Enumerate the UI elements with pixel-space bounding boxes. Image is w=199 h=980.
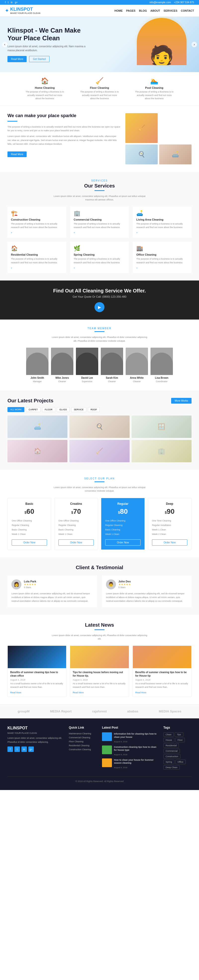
filter-all[interactable]: ALL WORK: [8, 407, 24, 412]
team-role-5: Cleaner: [133, 380, 141, 383]
footer-social-fb[interactable]: f: [8, 746, 13, 752]
news-date-2: August 4, 2018: [73, 679, 126, 681]
project-thumb-2[interactable]: 🍳: [69, 415, 129, 438]
filter-glass[interactable]: GLASS: [57, 407, 70, 412]
nav-services[interactable]: SERVICES: [164, 9, 177, 12]
news-image-3: [133, 646, 191, 668]
office-desc: The purpose of writing a business is to …: [136, 257, 188, 264]
order-deep-button[interactable]: Order Now: [152, 539, 187, 546]
tag-commercial[interactable]: Commercial: [164, 749, 180, 753]
office-link[interactable]: +: [136, 267, 138, 269]
testimonial-2-text: Lorem ipsum dolor sit amet, consectetur …: [106, 592, 188, 603]
projects-more-button[interactable]: More Works: [171, 398, 191, 404]
living-link[interactable]: +: [136, 232, 138, 234]
filter-carpet[interactable]: CARPET: [26, 407, 41, 412]
living-title: Living Area Cleaning: [136, 218, 188, 221]
hero-next-button[interactable]: ›: [191, 42, 197, 47]
tag-floor[interactable]: Floor: [175, 738, 185, 742]
pricing-label: Select Our Plan: [8, 477, 191, 480]
construction-link[interactable]: +: [11, 232, 12, 234]
residential-link[interactable]: +: [11, 267, 12, 269]
team-avatar-3: [76, 348, 98, 375]
tag-construction[interactable]: Construction: [164, 754, 181, 759]
tag-house[interactable]: House: [164, 738, 174, 742]
cta-subtitle: Get Your Quote Or Call: (0800) 123-356-4…: [8, 295, 191, 298]
testimonial-2-name: John Dex: [118, 580, 131, 583]
project-thumb-6[interactable]: 🏢: [132, 440, 191, 462]
order-basic-button[interactable]: Order Now: [12, 539, 47, 546]
order-regular-button[interactable]: Order Now: [105, 539, 140, 546]
nav-home[interactable]: HOME: [115, 9, 123, 12]
feature-r1: One Office Cleaning: [105, 519, 140, 523]
project-thumb-5[interactable]: 🧹: [69, 440, 129, 462]
project-thumb-3[interactable]: 🪟: [132, 415, 191, 438]
nav-blog[interactable]: BLOG: [139, 9, 147, 12]
tag-clean[interactable]: Clean: [164, 732, 174, 737]
testimonial-1-role: 5 Stars: [24, 586, 36, 589]
nav-pages[interactable]: PAGES: [126, 9, 135, 12]
tag-office[interactable]: Office: [175, 760, 186, 764]
hero-prev-button[interactable]: ‹: [2, 42, 8, 47]
commercial-desc: The purpose of writing a business is to …: [74, 222, 125, 229]
filter-floor[interactable]: FLOOR: [42, 407, 55, 412]
social-link-tw[interactable]: t: [8, 1, 9, 4]
home-cleaning-desc: The purpose of writing a Business is to …: [25, 90, 65, 100]
testimonial-2-stars: ★★★★★: [118, 583, 131, 586]
tag-spring[interactable]: Spring: [164, 760, 174, 764]
team-name-5: Anna White: [126, 377, 148, 379]
top-bar-social[interactable]: f t in g+: [5, 1, 19, 4]
commercial-link[interactable]: +: [74, 232, 75, 234]
sparkle-desc2: Lorem ipsum dolor sit amet, consectetur …: [8, 135, 120, 146]
footer-link-4[interactable]: Residential Cleaning: [69, 744, 89, 747]
tag-tips[interactable]: Tips: [175, 732, 183, 737]
order-creatins-button[interactable]: Order Now: [59, 539, 94, 546]
team-member-2: Mike Jones Cleaner: [51, 348, 73, 383]
sparkle-read-more-button[interactable]: Read More: [8, 151, 27, 157]
floor-cleaning-desc: The purpose of writing a Business is to …: [80, 90, 119, 100]
tag-deep[interactable]: Deep Clean: [164, 765, 180, 770]
project-thumb-4[interactable]: 🏠: [8, 440, 67, 462]
team-grid: John Smith Manager Mike Jones Cleaner Da…: [8, 348, 191, 383]
footer-link-2[interactable]: Commercial Cleaning: [69, 736, 90, 739]
hero-contact-button[interactable]: Get Started: [29, 56, 49, 62]
news-link-3[interactable]: Read More: [135, 691, 146, 694]
hero-person-image: 🧑: [137, 18, 186, 65]
sparkle-section: We can make your place sparkle The purpo…: [0, 106, 199, 172]
footer-social-in[interactable]: in: [21, 746, 27, 752]
filter-roof[interactable]: ROOF: [88, 407, 100, 412]
partner-2: MEDIA Report: [50, 710, 72, 713]
footer-logo: KLINSPOT: [8, 726, 64, 730]
pricing-divider: [94, 481, 105, 482]
footer-social-gp[interactable]: g+: [29, 746, 34, 752]
construction-icon: 🏗️: [11, 210, 63, 216]
partner-4: ababas: [127, 710, 138, 713]
nav-about[interactable]: ABOUT: [150, 9, 160, 12]
logo[interactable]: ✦ KLINSPOT MAKE YOUR PLACE CLEAN: [5, 7, 40, 14]
project-thumb-1[interactable]: 🛋️: [8, 415, 67, 438]
news-body-1: Benefits of summer cleaning tips how to …: [8, 668, 66, 697]
footer-social-tw[interactable]: t: [14, 746, 20, 752]
social-link-gp[interactable]: g+: [15, 1, 18, 4]
social-link-in[interactable]: in: [11, 1, 13, 4]
hero-subtitle: Lorem ipsum dolor sit amet, consectetur …: [8, 45, 92, 52]
social-link-fb[interactable]: f: [5, 1, 6, 4]
news-link-1[interactable]: Read More: [10, 691, 21, 694]
footer-link-1[interactable]: Maintenance Cleaning: [69, 732, 91, 735]
news-grid: Benefits of summer cleaning tips how to …: [8, 646, 191, 697]
spring-link[interactable]: +: [74, 267, 75, 269]
hero-text: Klinspot - We Can Make Your Place Clean …: [8, 27, 92, 62]
feature-r4: Week 1 Clean: [105, 532, 140, 536]
tag-residential[interactable]: Residential: [164, 743, 179, 748]
cta-play-button[interactable]: ▶: [94, 302, 105, 312]
feature-d4: Week 2 Clean: [152, 532, 187, 536]
filter-service[interactable]: SERVICE: [71, 407, 86, 412]
office-title: Office Cleaning: [136, 253, 188, 256]
sparkle-title: We can make your place sparkle: [8, 113, 120, 118]
feature-r2: Regular Cleaning: [105, 523, 140, 527]
hero-read-more-button[interactable]: Read More: [8, 56, 27, 62]
footer-link-5[interactable]: Construction Cleaning: [69, 748, 91, 751]
nav-contact[interactable]: CONTACT: [181, 9, 194, 12]
sparkle-main-image: 🧹: [125, 113, 158, 143]
news-link-2[interactable]: Read More: [73, 691, 84, 694]
footer-link-3[interactable]: Floor Cleaning: [69, 740, 84, 743]
